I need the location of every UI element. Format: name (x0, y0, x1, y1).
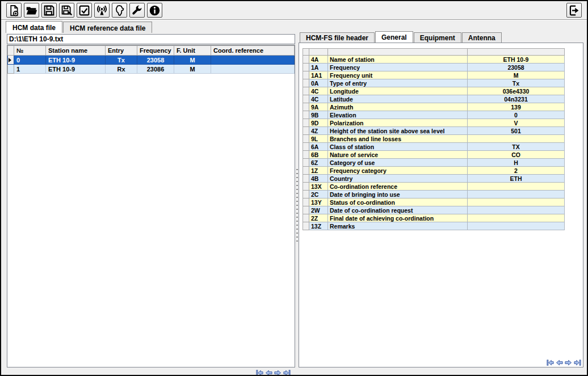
property-row[interactable]: 2ZFinal date of achieving co-ordination (303, 214, 565, 222)
property-label: Frequency category (328, 167, 468, 175)
property-row[interactable]: 6AClass of stationTX (303, 143, 565, 151)
row-selector-cell[interactable] (8, 65, 14, 74)
africa-map-icon (114, 5, 125, 16)
open-file-button[interactable] (24, 3, 39, 18)
first-record-icon (256, 369, 263, 376)
validate-button[interactable] (77, 3, 92, 18)
property-row[interactable]: 4AName of stationETH 10-9 (303, 56, 565, 64)
property-value[interactable] (468, 214, 565, 222)
property-value[interactable]: 04n3231 (468, 95, 565, 103)
property-value[interactable]: M (468, 71, 565, 79)
property-row[interactable]: 9AAzimuth139 (303, 103, 565, 111)
current-record-arrow-icon (9, 58, 11, 62)
property-value[interactable] (468, 198, 565, 206)
property-row[interactable]: 4BCountryETH (303, 175, 565, 183)
property-row[interactable]: 9LBranches and line losses (303, 135, 565, 143)
property-row[interactable]: 1AFrequency23058 (303, 64, 565, 71)
property-value[interactable] (468, 183, 565, 191)
tab-general[interactable]: General (375, 31, 413, 43)
property-value[interactable]: 2 (468, 167, 565, 175)
next-record-button[interactable] (274, 369, 282, 376)
property-value[interactable]: 501 (468, 127, 565, 135)
exit-button[interactable] (566, 3, 582, 18)
property-value[interactable]: 23058 (468, 64, 565, 71)
property-value[interactable]: Tx (468, 79, 565, 87)
first-record-button[interactable] (256, 369, 263, 376)
column-header-2: Entry (106, 46, 137, 56)
property-row[interactable]: 4ZHeight of the station site above sea l… (303, 127, 565, 135)
property-selector-cell (303, 64, 309, 71)
property-code: 9L (309, 135, 328, 143)
property-value[interactable]: TX (468, 143, 565, 151)
property-code: 6B (309, 151, 328, 159)
tab-hcm-data-file[interactable]: HCM data file (6, 21, 62, 33)
cell-no: 0 (14, 56, 46, 65)
property-code: 13Y (309, 198, 328, 206)
property-value[interactable]: ETH (468, 175, 565, 183)
property-label: Azimuth (328, 103, 468, 111)
first-record-icon (547, 359, 554, 366)
property-value[interactable] (468, 206, 565, 214)
property-value[interactable]: 0 (468, 111, 565, 119)
property-row[interactable]: 2CDate of bringing into use (303, 191, 565, 198)
next-record-button[interactable] (565, 359, 572, 366)
property-value[interactable] (468, 135, 565, 143)
tab-antenna[interactable]: Antenna (462, 32, 502, 43)
column-header-5: Coord. reference (211, 46, 295, 56)
settings-button[interactable] (129, 3, 145, 18)
property-label: Date of co-ordination request (328, 206, 468, 214)
open-folder-icon (26, 5, 37, 16)
toolbar (1, 1, 587, 20)
property-row[interactable]: 0AType of entryTx (303, 79, 565, 87)
property-row[interactable]: 13XCo-ordination reference (303, 183, 565, 191)
property-value[interactable]: H (468, 159, 565, 167)
tab-equipment[interactable]: Equipment (414, 32, 461, 43)
property-row[interactable]: 13ZRemarks (303, 222, 565, 230)
property-value[interactable]: ETH 10-9 (468, 56, 565, 64)
info-button[interactable] (147, 3, 162, 18)
row-selector-cell[interactable] (8, 56, 14, 65)
cell-no: 1 (14, 65, 46, 74)
property-row[interactable]: 4CLongitude036e4330 (303, 87, 565, 95)
property-row[interactable]: 13YStatus of co-ordination (303, 198, 565, 206)
last-record-button[interactable] (283, 369, 291, 376)
property-row[interactable]: 6ZCategory of useH (303, 159, 565, 167)
station-grid-area: №Station nameEntryFrequencyF. UnitCoord.… (7, 45, 295, 367)
property-row[interactable]: 9BElevation0 (303, 111, 565, 119)
last-record-button[interactable] (574, 359, 581, 366)
property-value[interactable]: CO (468, 151, 565, 159)
property-table: 4AName of stationETH 10-91AFrequency2305… (303, 48, 565, 230)
first-record-button[interactable] (547, 359, 554, 366)
save-as-button[interactable] (59, 3, 74, 18)
property-row[interactable]: 1ZFrequency category2 (303, 167, 565, 175)
property-header-cell (303, 49, 309, 56)
property-selector-cell (303, 119, 309, 127)
station-row[interactable]: 1ETH 10-9Rx23086M (8, 65, 295, 74)
property-selector-cell (303, 95, 309, 103)
new-file-button[interactable] (6, 3, 22, 18)
property-label: Remarks (328, 222, 468, 230)
africa-map-button[interactable] (112, 3, 127, 18)
property-row[interactable]: 2WDate of co-ordination request (303, 206, 565, 214)
station-row[interactable]: 0ETH 10-9Tx23058M (8, 56, 295, 65)
property-value[interactable] (468, 191, 565, 198)
property-value[interactable] (468, 222, 565, 230)
save-button[interactable] (41, 3, 57, 18)
station-table-header-row: №Station nameEntryFrequencyF. UnitCoord.… (8, 46, 295, 56)
prior-record-button[interactable] (556, 359, 563, 366)
property-row[interactable]: 6BNature of serviceCO (303, 151, 565, 159)
tab-hcm-reference-data-file[interactable]: HCM reference data file (63, 22, 152, 33)
property-value[interactable]: 139 (468, 103, 565, 111)
property-code: 0A (309, 79, 328, 87)
property-row[interactable]: 4CLatitude04n3231 (303, 95, 565, 103)
property-value[interactable]: 036e4330 (468, 87, 565, 95)
prior-record-button[interactable] (265, 369, 272, 376)
property-row[interactable]: 1A1Frequency unitM (303, 71, 565, 79)
property-selector-cell (303, 127, 309, 135)
property-row[interactable]: 9DPolarizationV (303, 119, 565, 127)
property-selector-cell (303, 151, 309, 159)
save-as-icon (61, 5, 73, 16)
broadcast-button[interactable] (94, 3, 110, 18)
property-value[interactable]: V (468, 119, 565, 127)
tab-hcm-fs-file-header[interactable]: HCM-FS file header (300, 32, 375, 43)
